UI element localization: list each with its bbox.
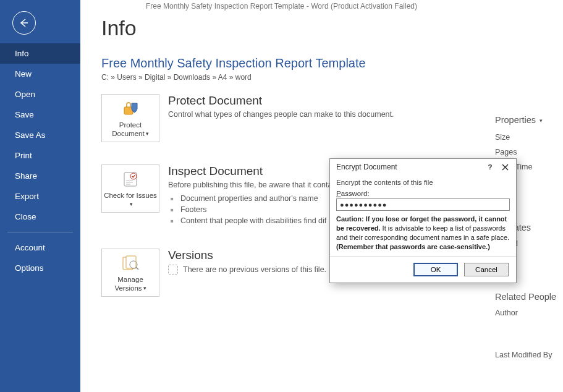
properties-header[interactable]: Properties ▾: [495, 115, 563, 125]
chevron-down-icon: ▾: [130, 201, 133, 208]
prop-pages: Pages: [495, 145, 563, 160]
chevron-down-icon: ▾: [143, 285, 146, 292]
inspect-tile-label: Check for Issues▾: [103, 191, 158, 209]
dialog-subtitle: Encrypt the contents of this file: [336, 179, 510, 186]
help-button[interactable]: ?: [483, 161, 497, 173]
backstage-sidebar: Info New Open Save Save As Print Share E…: [0, 0, 80, 392]
prop-size: Size: [495, 130, 563, 145]
nav-open[interactable]: Open: [0, 84, 80, 104]
manage-versions-button[interactable]: Manage Versions▾: [101, 249, 159, 297]
nav-account[interactable]: Account: [0, 237, 80, 258]
protect-heading: Protect Document: [168, 94, 394, 108]
versions-icon: [121, 253, 140, 274]
document-title: Free Monthly Safety Inspection Report Te…: [101, 56, 563, 70]
empty-file-icon: [168, 265, 178, 275]
inspect-bullet: Document properties and author's name: [168, 193, 338, 204]
nav-save-as[interactable]: Save As: [0, 125, 80, 145]
nav-options[interactable]: Options: [0, 258, 80, 278]
versions-tile-label: Manage Versions▾: [103, 275, 158, 293]
arrow-left-icon: [18, 17, 30, 29]
chevron-down-icon: ▾: [146, 130, 149, 137]
no-versions-text: There are no previous versions of this f…: [183, 265, 326, 274]
nav-share[interactable]: Share: [0, 166, 80, 186]
close-icon: [502, 164, 509, 171]
inspect-heading: Inspect Document: [168, 164, 338, 178]
svg-line-9: [136, 267, 138, 270]
prop-last-modified-by: Last Modified By: [495, 347, 563, 362]
close-button[interactable]: [497, 161, 512, 173]
dialog-caution: Caution: If you lose or forget the passw…: [336, 215, 510, 251]
password-input[interactable]: ●●●●●●●●●●: [336, 198, 510, 211]
nav-print[interactable]: Print: [0, 145, 80, 166]
password-label: Password:: [336, 190, 510, 197]
protect-desc: Control what types of changes people can…: [168, 110, 394, 119]
nav-info[interactable]: Info: [0, 43, 80, 64]
related-people-header: Related People: [495, 292, 563, 302]
back-button[interactable]: [12, 11, 36, 35]
inspect-bullet: Content that people with disabilities fi…: [168, 215, 338, 226]
page-title: Info: [101, 16, 563, 40]
inspect-bullets: Document properties and author's name Fo…: [168, 193, 338, 226]
breadcrumb: C: » Users » Digital » Downloads » A4 » …: [101, 73, 563, 82]
encrypt-document-dialog: Encrypt Document ? Encrypt the contents …: [329, 158, 517, 283]
cancel-button[interactable]: Cancel: [464, 263, 509, 276]
nav-save[interactable]: Save: [0, 104, 80, 125]
nav-new[interactable]: New: [0, 64, 80, 84]
prop-author: Author: [495, 305, 563, 320]
protect-section: Protect Document▾ Protect Document Contr…: [101, 94, 563, 142]
inspect-bullet: Footers: [168, 204, 338, 215]
checklist-icon: [122, 169, 139, 190]
chevron-down-icon: ▾: [540, 117, 543, 124]
nav-export[interactable]: Export: [0, 186, 80, 207]
dialog-title: Encrypt Document: [336, 163, 483, 171]
ok-button[interactable]: OK: [413, 263, 458, 276]
check-for-issues-button[interactable]: Check for Issues▾: [101, 164, 159, 213]
lock-shield-icon: [121, 98, 140, 119]
inspect-desc: Before publishing this file, be aware th…: [168, 181, 338, 189]
versions-heading: Versions: [168, 249, 326, 262]
nav-close[interactable]: Close: [0, 207, 80, 227]
protect-tile-label: Protect Document▾: [103, 121, 158, 138]
protect-document-button[interactable]: Protect Document▾: [101, 94, 159, 142]
